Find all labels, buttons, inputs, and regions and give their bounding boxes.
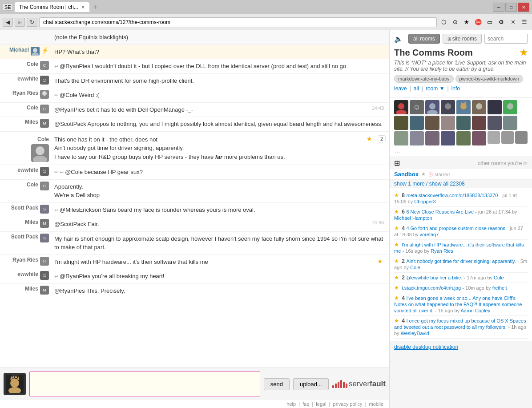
- user-avatar-3[interactable]: [425, 100, 439, 114]
- upload-button[interactable]: upload...: [293, 378, 329, 390]
- sidebar-top-row: 🔈 all rooms ⊞ site rooms: [394, 34, 528, 44]
- starred-link[interactable]: meta.stackoverflow.com/q/186838/133370: [406, 193, 498, 198]
- all-action[interactable]: all: [414, 85, 419, 92]
- star-icon: ★: [394, 209, 399, 215]
- grid-view-icon[interactable]: ⊞: [394, 159, 400, 167]
- faq-link[interactable]: faq: [302, 401, 309, 407]
- user-avatar-13[interactable]: [456, 116, 471, 130]
- starred-link[interactable]: 4 Go forth and propose custom close reas…: [406, 226, 505, 231]
- send-button[interactable]: send: [264, 378, 290, 390]
- sandbox-link[interactable]: Sandbox: [394, 171, 419, 178]
- user-avatar-4[interactable]: [441, 100, 455, 114]
- legal-link[interactable]: legal: [316, 401, 326, 407]
- svg-point-16: [445, 103, 451, 109]
- starred-user[interactable]: freiheit: [492, 285, 507, 291]
- user-avatar-10[interactable]: [410, 116, 424, 130]
- user-avatar-25[interactable]: [515, 131, 528, 144]
- starred-user[interactable]: voretaq7: [420, 232, 439, 237]
- starred-user[interactable]: Chopper3: [414, 199, 435, 204]
- user-avatar-9[interactable]: [394, 116, 408, 130]
- star-button[interactable]: ★: [364, 134, 375, 143]
- starred-user[interactable]: Ryan Ries: [431, 248, 453, 254]
- help-link[interactable]: help: [286, 401, 296, 407]
- show-more-link[interactable]: show 1 more / show all 22308: [394, 181, 465, 187]
- user-avatar-2[interactable]: ☺: [410, 100, 424, 114]
- forward-button[interactable]: ▶: [15, 18, 25, 27]
- disable-notification-link[interactable]: disable desktop notification: [390, 341, 532, 353]
- tab-close-button[interactable]: ✕: [81, 4, 85, 10]
- refresh-button[interactable]: ↻: [27, 18, 37, 27]
- starred-link[interactable]: Ain't nobody got time for driver signing…: [406, 259, 516, 264]
- new-tab-button[interactable]: +: [91, 3, 100, 12]
- user-avatar-12[interactable]: [441, 116, 455, 130]
- privacy-link[interactable]: privacy policy: [333, 401, 363, 407]
- user-avatar-17[interactable]: [394, 131, 408, 145]
- nav-icon-6[interactable]: ⚙: [496, 17, 506, 27]
- starred-link[interactable]: @ewwhite buy her a bike.: [406, 275, 462, 280]
- user-avatar-11[interactable]: [425, 116, 439, 130]
- user-avatar-24[interactable]: [501, 131, 514, 144]
- bar5: [343, 382, 345, 388]
- maximize-button[interactable]: □: [505, 3, 517, 12]
- starred-link[interactable]: i.stack.imgur.com/c4tnh.jpg: [402, 285, 461, 291]
- info-action[interactable]: info: [451, 85, 460, 92]
- starred-user[interactable]: Cole: [410, 265, 420, 270]
- user-avatar-14[interactable]: [472, 116, 486, 130]
- user-avatar-16[interactable]: [503, 116, 517, 130]
- tab-site-rooms[interactable]: ⊞ site rooms: [443, 34, 482, 44]
- user-avatar-23[interactable]: [488, 131, 500, 144]
- message-line: Apparently.: [54, 182, 384, 191]
- starred-item: ★ 4 I once got my focus mixed up because…: [394, 316, 528, 339]
- starred-user[interactable]: WesleyDavid: [401, 331, 429, 336]
- avatar: M: [40, 286, 49, 295]
- starred-link[interactable]: I once got my focus mixed up because of …: [394, 318, 526, 330]
- star-button[interactable]: ★: [375, 257, 386, 266]
- message-row: Miles M @ScottPack Apropos to nothing, y…: [0, 117, 389, 132]
- star-room-button[interactable]: ★: [520, 47, 528, 58]
- nav-icon-8[interactable]: ☰: [520, 17, 529, 27]
- browser-tab[interactable]: The Comms Room | ch... ✕: [15, 2, 89, 12]
- leave-action[interactable]: leave: [394, 85, 407, 92]
- user-avatar-5[interactable]: [456, 100, 471, 114]
- user-avatar-1[interactable]: [394, 100, 408, 114]
- room-dropdown[interactable]: room ▼: [426, 85, 445, 92]
- user-avatar-21[interactable]: [456, 131, 471, 145]
- nav-icon-3[interactable]: ★: [462, 17, 472, 27]
- chat-messages[interactable]: (note the Equinix blacklights) Michael ⚡…: [0, 30, 389, 368]
- avatar-area: ewwhite ☺: [4, 167, 52, 176]
- bar2: [335, 384, 337, 388]
- room-tag-pwned[interactable]: pwned-by-a-wild-markdown: [455, 75, 524, 83]
- starred-user[interactable]: Aaron Copley: [461, 308, 491, 313]
- starred-user[interactable]: Michael Hampton: [394, 215, 432, 221]
- user-avatar-18[interactable]: [410, 131, 424, 145]
- nav-icon-2[interactable]: ⊙: [450, 17, 460, 27]
- user-avatar-7[interactable]: [488, 100, 502, 114]
- nav-icons: ⬡ ⊙ ★ ⛔ ▭ ⚙ ✳ ☰: [439, 17, 529, 27]
- close-button[interactable]: ✕: [518, 3, 529, 12]
- room-tag-markdown[interactable]: markdown-ate-my-baby: [394, 75, 454, 83]
- starred-link[interactable]: 6 New Close Reasons Are Live: [406, 209, 474, 214]
- message-line: We're a Dell shop: [54, 191, 384, 200]
- chat-text-input[interactable]: [29, 372, 260, 396]
- nav-icon-7[interactable]: ✳: [508, 17, 518, 27]
- address-bar[interactable]: [39, 17, 437, 27]
- nav-icon-5[interactable]: ▭: [485, 17, 495, 27]
- user-avatar-19[interactable]: [425, 131, 439, 145]
- minimize-button[interactable]: ─: [493, 3, 504, 12]
- nav-icon-4[interactable]: ⛔: [473, 17, 483, 27]
- back-button[interactable]: ◀: [3, 18, 13, 27]
- user-avatar-20[interactable]: [441, 131, 455, 145]
- user-avatar-6[interactable]: [472, 100, 486, 114]
- starred-user[interactable]: Cole: [494, 275, 504, 280]
- user-avatar-15[interactable]: [488, 116, 502, 130]
- svg-point-3: [36, 146, 44, 155]
- user-avatar-22[interactable]: [472, 131, 486, 145]
- speaker-icon[interactable]: 🔈: [394, 35, 403, 43]
- tab-all-rooms[interactable]: all rooms: [408, 34, 440, 44]
- search-input[interactable]: [484, 34, 528, 44]
- more-users-dots[interactable]: …: [394, 147, 400, 154]
- nav-icon-1[interactable]: ⬡: [439, 17, 448, 27]
- mobile-link[interactable]: mobile: [369, 401, 383, 407]
- reply-icon: ↩: [60, 170, 65, 175]
- user-avatar-8[interactable]: [503, 100, 517, 114]
